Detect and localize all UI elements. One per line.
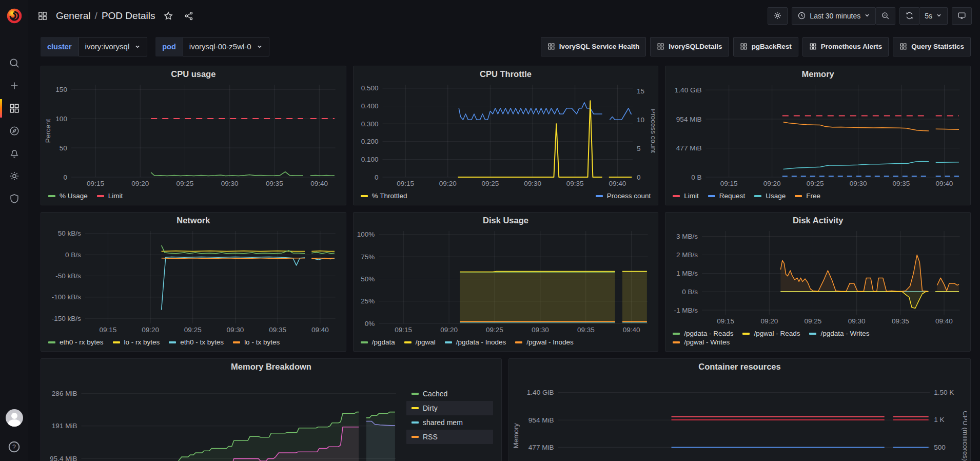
svg-text:09:25: 09:25 [805,317,822,325]
legend-swatch [404,341,411,343]
legend-item[interactable]: eth0 - tx bytes [169,338,224,346]
dashboard-link-pgbackrest[interactable]: pgBackRest [733,37,798,56]
grafana-logo[interactable] [0,0,28,31]
legend-label: eth0 - rx bytes [60,338,104,346]
svg-text:09:20: 09:20 [439,180,457,187]
panel-title[interactable]: Container resources [509,359,970,374]
legend-item[interactable]: lo - rx bytes [113,338,160,346]
svg-text:0 B: 0 B [691,174,701,181]
breadcrumb-dashboard[interactable]: POD Details [102,10,155,22]
panel-title[interactable]: Network [41,213,346,228]
legend-item[interactable]: /pgdata [361,338,395,346]
variable-cluster-picker[interactable]: ivory:ivorysql [79,37,148,56]
zoom-out-button[interactable] [876,7,895,25]
dashboard-link-prometheus-alerts[interactable]: Prometheus Alerts [802,37,889,56]
legend-label: Dirty [423,404,438,412]
variable-pod-picker[interactable]: ivorysql-00-z5wl-0 [183,37,269,56]
legend-item[interactable]: /pgwal - Reads [742,330,800,337]
legend-item[interactable]: shared mem [406,415,493,430]
svg-text:09:35: 09:35 [266,180,283,187]
dashboard-link-query-statistics[interactable]: Query Statistics [893,37,971,56]
disk-usage-chart[interactable]: 0%25%50%75%100%09:1509:2009:2509:3009:35… [357,228,655,336]
legend-item[interactable]: /pgdata - Inodes [445,338,506,346]
legend-swatch [445,341,452,343]
legend-item[interactable]: /pgwal - Inodes [515,338,574,346]
network-chart[interactable]: 50 kB/s0 B/s-50 kB/s-100 kB/s-150 kB/s09… [44,228,343,336]
legend-item[interactable]: Cached [406,387,493,401]
memory-chart[interactable]: 0 B477 MiB954 MiB1.40 GiB09:1509:2009:25… [669,82,967,189]
cpu-usage-chart[interactable]: 05010015009:1509:2009:2509:3009:3509:40P… [44,82,343,189]
apps-grid-icon [740,43,748,50]
sidebar-item-configuration[interactable] [0,165,28,187]
legend-item[interactable]: Limit [97,192,123,200]
legend-item[interactable]: lo - tx bytes [233,338,280,346]
dashboard-settings-button[interactable] [768,7,788,25]
memory-breakdown-chart[interactable]: 95.4 MiB191 MiB286 MiB [44,374,403,461]
svg-text:2 MB/s: 2 MB/s [676,251,698,259]
cpu-throttle-chart[interactable]: 00.1000.2000.3000.4000.50009:1509:2009:2… [357,82,655,189]
sidebar-item-explore[interactable] [0,120,28,142]
panel-title[interactable]: Memory Breakdown [41,359,501,374]
time-range-picker[interactable]: Last 30 minutes [792,7,876,25]
svg-text:09:25: 09:25 [481,180,499,187]
cycle-view-mode-button[interactable] [952,7,972,25]
variable-cluster: cluster ivory:ivorysql [41,37,147,56]
svg-text:0%: 0% [364,320,375,328]
svg-text:09:40: 09:40 [936,180,953,187]
legend-item[interactable]: RSS [406,430,493,444]
svg-text:0: 0 [375,174,379,181]
panel-title[interactable]: CPU usage [41,66,346,82]
star-dashboard-button[interactable] [161,9,175,23]
dashboard-link-ivorysqldetails[interactable]: IvorySQLDetails [650,37,729,56]
legend-item[interactable]: Usage [754,192,786,200]
gear-icon [9,170,20,182]
legend-item[interactable]: /pgdata - Writes [809,330,869,337]
legend-item[interactable]: Request [708,192,745,200]
legend-item[interactable]: % Usage [48,192,88,200]
legend-item[interactable]: Dirty [406,401,493,415]
sidebar-item-search[interactable] [0,52,28,74]
svg-text:09:15: 09:15 [87,180,104,187]
container-resources-chart[interactable]: 477 MiB954 MiB1.40 GiB5001 K1.50 KMemory… [512,374,967,461]
legend-item[interactable]: /pgdata - Reads [673,330,733,337]
legend-item[interactable]: eth0 - rx bytes [48,338,104,346]
user-avatar[interactable] [6,409,23,427]
legend-label: lo - tx bytes [244,338,280,346]
help-button[interactable]: ? [7,440,21,454]
refresh-button[interactable] [899,7,919,25]
panel-title[interactable]: Memory [665,66,970,82]
svg-text:10: 10 [637,116,644,124]
svg-text:15: 15 [637,87,644,95]
share-dashboard-button[interactable] [182,9,196,23]
panel-title[interactable]: Disk Usage [354,213,658,228]
clock-icon [797,11,806,20]
bell-icon [9,148,20,159]
svg-text:09:40: 09:40 [609,180,626,187]
sidebar-item-alerting[interactable] [0,142,28,165]
monitor-icon [957,11,966,20]
svg-text:09:15: 09:15 [720,180,738,187]
legend-item[interactable]: Process count [596,192,651,200]
legend-item[interactable]: % Throttled [361,192,407,200]
sidebar-item-dashboards[interactable] [0,97,28,120]
grafana-app: ? General / POD Details [0,0,980,461]
legend-swatch [809,333,816,335]
svg-text:09:25: 09:25 [177,180,194,187]
legend-item[interactable]: Free [795,192,820,200]
sidebar-item-create[interactable] [0,74,28,97]
legend-item[interactable]: /pgwal [404,338,436,346]
panel-title[interactable]: CPU Throttle [354,66,658,82]
disk-activity-chart[interactable]: -1 MB/s0 B/s1 MB/s2 MB/s3 MB/s09:1509:20… [669,228,967,327]
legend-item[interactable]: /pgwal - Writes [673,338,730,346]
breadcrumb-folder[interactable]: General [56,10,91,22]
dashboard-picker-button[interactable] [35,9,50,23]
svg-text:09:35: 09:35 [893,180,910,187]
legend-item[interactable]: Limit [673,192,699,200]
dashboard-link-ivorysql-service-health[interactable]: IvorySQL Service Health [541,37,646,56]
svg-text:CPU (millicores): CPU (millicores) [962,411,967,461]
refresh-interval-picker[interactable]: 5s [919,7,948,25]
sidebar-item-server-admin[interactable] [0,187,28,210]
svg-text:954 MiB: 954 MiB [676,116,702,123]
panel-title[interactable]: Disk Activity [665,213,970,228]
panel-network: Network 50 kB/s0 B/s-50 kB/s-100 kB/s-15… [41,212,346,352]
